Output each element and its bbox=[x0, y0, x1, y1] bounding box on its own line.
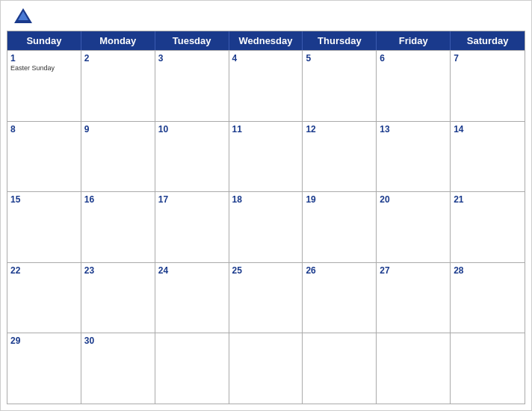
weeks-container: 1Easter Sunday23456789101112131415161718… bbox=[7, 50, 525, 404]
day-number: 12 bbox=[306, 124, 373, 135]
day-cell bbox=[377, 333, 451, 404]
day-cell: 19 bbox=[303, 192, 377, 262]
day-number: 19 bbox=[306, 194, 373, 205]
day-number: 3 bbox=[158, 53, 226, 64]
logo bbox=[13, 7, 37, 28]
day-number: 26 bbox=[306, 265, 373, 276]
week-row-2: 891011121314 bbox=[7, 121, 525, 192]
day-cell bbox=[303, 333, 377, 404]
calendar-grid: SundayMondayTuesdayWednesdayThursdayFrid… bbox=[7, 31, 525, 404]
day-number: 10 bbox=[158, 124, 226, 135]
day-cell: 5 bbox=[303, 51, 377, 121]
day-cell: 26 bbox=[303, 263, 377, 333]
day-header-saturday: Saturday bbox=[451, 31, 525, 50]
day-headers-row: SundayMondayTuesdayWednesdayThursdayFrid… bbox=[7, 31, 525, 50]
day-cell: 6 bbox=[377, 51, 451, 121]
day-number: 13 bbox=[380, 124, 447, 135]
day-cell: 4 bbox=[229, 51, 303, 121]
week-row-3: 15161718192021 bbox=[7, 191, 525, 262]
day-cell: 13 bbox=[377, 122, 451, 192]
day-cell: 9 bbox=[81, 122, 155, 192]
day-cell: 10 bbox=[155, 122, 229, 192]
day-number: 28 bbox=[454, 265, 522, 276]
day-number: 18 bbox=[232, 194, 300, 205]
day-number: 25 bbox=[232, 265, 300, 276]
day-number: 15 bbox=[10, 194, 78, 205]
day-number: 5 bbox=[306, 53, 373, 64]
day-cell: 29 bbox=[7, 333, 81, 404]
day-cell: 28 bbox=[451, 263, 525, 333]
day-cell: 18 bbox=[229, 192, 303, 262]
day-cell: 25 bbox=[229, 263, 303, 333]
day-number: 4 bbox=[232, 53, 300, 64]
day-number: 16 bbox=[84, 194, 152, 205]
day-cell: 1Easter Sunday bbox=[7, 51, 81, 121]
day-header-wednesday: Wednesday bbox=[229, 31, 303, 50]
day-cell: 17 bbox=[155, 192, 229, 262]
day-cell: 16 bbox=[81, 192, 155, 262]
day-number: 20 bbox=[380, 194, 447, 205]
day-number: 17 bbox=[158, 194, 226, 205]
day-number: 14 bbox=[454, 124, 522, 135]
day-header-tuesday: Tuesday bbox=[155, 31, 229, 50]
day-number: 30 bbox=[84, 336, 152, 346]
calendar-page: SundayMondayTuesdayWednesdayThursdayFrid… bbox=[0, 0, 532, 411]
day-header-thursday: Thursday bbox=[303, 31, 377, 50]
day-header-friday: Friday bbox=[377, 31, 451, 50]
day-number: 23 bbox=[84, 265, 152, 276]
day-cell: 30 bbox=[81, 333, 155, 404]
day-cell: 11 bbox=[229, 122, 303, 192]
day-cell bbox=[229, 333, 303, 404]
day-number: 22 bbox=[10, 265, 78, 276]
day-header-monday: Monday bbox=[81, 31, 155, 50]
day-cell: 24 bbox=[155, 263, 229, 333]
day-cell: 20 bbox=[377, 192, 451, 262]
day-cell: 2 bbox=[81, 51, 155, 121]
day-cell: 14 bbox=[451, 122, 525, 192]
day-cell: 23 bbox=[81, 263, 155, 333]
day-header-sunday: Sunday bbox=[7, 31, 81, 50]
day-cell: 3 bbox=[155, 51, 229, 121]
day-number: 2 bbox=[84, 53, 152, 64]
day-cell: 27 bbox=[377, 263, 451, 333]
day-number: 11 bbox=[232, 124, 300, 135]
svg-rect-2 bbox=[17, 20, 29, 23]
day-number: 1 bbox=[10, 53, 78, 64]
week-row-5: 2930 bbox=[7, 333, 525, 404]
day-cell: 15 bbox=[7, 192, 81, 262]
day-number: 29 bbox=[10, 336, 78, 346]
event-label: Easter Sunday bbox=[10, 64, 78, 72]
logo-icon bbox=[13, 7, 34, 28]
day-number: 24 bbox=[158, 265, 226, 276]
day-cell: 7 bbox=[451, 51, 525, 121]
day-number: 6 bbox=[380, 53, 447, 64]
day-cell: 8 bbox=[7, 122, 81, 192]
day-cell: 12 bbox=[303, 122, 377, 192]
header bbox=[1, 1, 531, 31]
week-row-4: 22232425262728 bbox=[7, 262, 525, 333]
week-row-1: 1Easter Sunday234567 bbox=[7, 50, 525, 121]
day-number: 27 bbox=[380, 265, 447, 276]
day-number: 7 bbox=[454, 53, 522, 64]
day-cell bbox=[155, 333, 229, 404]
day-number: 8 bbox=[10, 124, 78, 135]
day-cell bbox=[451, 333, 525, 404]
day-cell: 21 bbox=[451, 192, 525, 262]
day-number: 21 bbox=[454, 194, 522, 205]
day-number: 9 bbox=[84, 124, 152, 135]
day-cell: 22 bbox=[7, 263, 81, 333]
